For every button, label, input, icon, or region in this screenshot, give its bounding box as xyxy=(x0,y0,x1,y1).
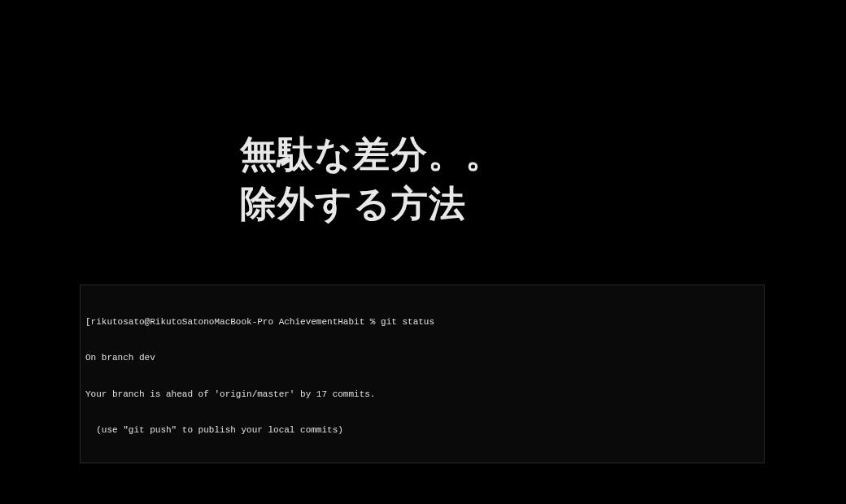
headline-line2: 除外する方法 xyxy=(240,180,503,229)
headline-line1: 無駄な差分。。 xyxy=(240,130,503,180)
terminal-output-line: On branch dev xyxy=(85,352,759,364)
terminal-prompt-line: [rikutosato@RikutoSatonoMacBook-Pro Achi… xyxy=(85,316,759,328)
terminal-window[interactable]: [rikutosato@RikutoSatonoMacBook-Pro Achi… xyxy=(80,285,765,463)
headline-text: 無駄な差分。。 除外する方法 xyxy=(240,130,503,229)
terminal-output-line: (use "git push" to publish your local co… xyxy=(85,424,759,437)
terminal-output-line: Your branch is ahead of 'origin/master' … xyxy=(85,389,759,401)
